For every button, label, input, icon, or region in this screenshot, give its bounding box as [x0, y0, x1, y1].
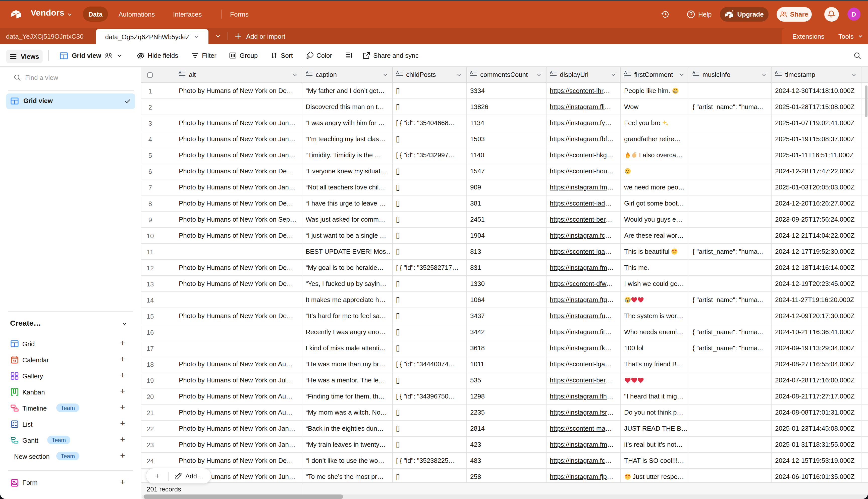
svg-text:31: 31	[13, 360, 16, 363]
